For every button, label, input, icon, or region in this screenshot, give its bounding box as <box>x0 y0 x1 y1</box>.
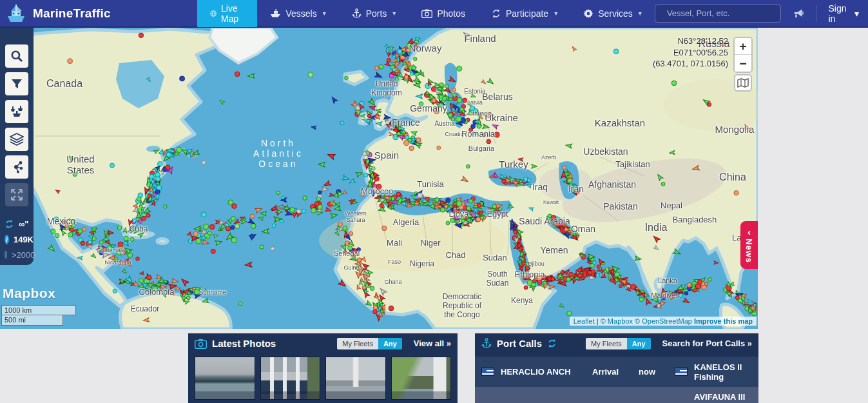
nav-item-participate[interactable]: Participate ▾ <box>478 0 570 27</box>
vessel-marker[interactable] <box>610 279 614 282</box>
vessel-marker[interactable] <box>99 241 103 244</box>
vessel-marker[interactable] <box>487 113 492 118</box>
vessel-marker[interactable] <box>357 248 361 251</box>
vessel-marker[interactable] <box>290 208 295 213</box>
vessel-marker[interactable] <box>343 226 347 230</box>
sign-in-button[interactable]: Sign in ▾ <box>828 3 859 24</box>
checkbox-icon[interactable] <box>5 251 7 259</box>
vessel-marker[interactable] <box>437 146 441 150</box>
vessel-marker[interactable] <box>210 224 215 230</box>
vessel-marker[interactable] <box>117 226 122 230</box>
vessel-name[interactable]: AVIFAUNA III <box>694 392 758 402</box>
vessel-marker[interactable] <box>81 241 84 245</box>
vessel-marker[interactable] <box>524 286 528 290</box>
map-layers-button[interactable] <box>5 128 28 151</box>
vessel-marker[interactable] <box>231 217 236 221</box>
vessel-count-row[interactable]: i 149K <box>5 231 34 247</box>
vessel-marker[interactable] <box>348 246 352 250</box>
vessel-marker[interactable] <box>250 214 254 218</box>
share-route-button[interactable] <box>5 155 28 179</box>
vessel-marker[interactable] <box>314 202 319 206</box>
vessel-marker[interactable] <box>68 59 73 64</box>
vessel-marker[interactable] <box>460 107 464 111</box>
vessel-marker[interactable] <box>155 177 160 181</box>
vessel-marker[interactable] <box>139 279 144 283</box>
vessel-marker[interactable] <box>583 273 587 277</box>
vessel-search-button[interactable] <box>5 44 28 68</box>
vessel-marker[interactable] <box>687 283 691 288</box>
vessel-marker[interactable] <box>373 310 378 314</box>
vessel-marker[interactable] <box>679 293 683 297</box>
vessel-marker[interactable] <box>142 216 146 221</box>
vessel-marker[interactable] <box>459 215 464 220</box>
nav-item-vessels[interactable]: Vessels ▾ <box>257 0 338 27</box>
vessel-marker[interactable] <box>118 242 123 247</box>
nav-item-live-map[interactable]: Live Map <box>197 0 258 27</box>
vessel-marker[interactable] <box>231 237 236 242</box>
vessel-marker[interactable] <box>482 133 486 137</box>
vessel-marker[interactable] <box>662 295 666 299</box>
port-call-row[interactable]: AVIFAUNA III <box>475 387 758 403</box>
vessel-marker[interactable] <box>345 76 349 80</box>
vessel-marker[interactable] <box>567 178 572 183</box>
vessel-marker[interactable] <box>250 234 255 239</box>
vessel-marker[interactable] <box>408 138 412 142</box>
vessel-marker[interactable] <box>503 212 506 216</box>
minimap-toggle-button[interactable] <box>734 74 752 92</box>
vessel-marker[interactable] <box>440 208 445 212</box>
vessel-marker[interactable] <box>82 227 86 231</box>
vessel-marker[interactable] <box>418 193 423 198</box>
vessel-marker[interactable] <box>166 165 170 170</box>
vessel-marker[interactable] <box>68 232 73 237</box>
vessel-marker[interactable] <box>707 103 711 106</box>
vessel-marker[interactable] <box>139 33 143 37</box>
vessel-marker[interactable] <box>639 297 643 301</box>
vessel-marker[interactable] <box>153 286 158 291</box>
any-toggle[interactable]: Any <box>378 338 402 349</box>
vessel-marker[interactable] <box>211 249 215 253</box>
vessel-marker[interactable] <box>590 276 593 280</box>
vessel-marker[interactable] <box>124 236 128 241</box>
vessel-marker[interactable] <box>551 215 556 221</box>
vessel-marker[interactable] <box>158 162 163 167</box>
vessel-marker[interactable] <box>117 250 121 255</box>
vessel-marker[interactable] <box>157 185 162 190</box>
my-fleets-toggle[interactable]: My Fleets <box>337 338 378 349</box>
nav-item-photos[interactable]: Photos <box>409 0 478 27</box>
vessel-marker[interactable] <box>137 197 141 201</box>
vessel-marker[interactable] <box>251 224 256 229</box>
vessel-marker[interactable] <box>467 206 471 211</box>
vessel-marker[interactable] <box>439 103 443 108</box>
vessel-marker[interactable] <box>671 81 677 86</box>
vessel-marker[interactable] <box>414 57 417 61</box>
photo-thumbnail[interactable] <box>195 357 255 400</box>
brand[interactable]: MarineTraffic <box>0 3 120 24</box>
vessel-marker[interactable] <box>432 99 436 103</box>
vessel-marker[interactable] <box>434 109 439 114</box>
vessel-marker[interactable] <box>379 64 383 69</box>
zoom-out-button[interactable]: − <box>735 55 751 72</box>
vessel-marker[interactable] <box>479 211 483 215</box>
vessel-marker[interactable] <box>363 173 367 177</box>
vessel-marker[interactable] <box>410 72 414 75</box>
vessel-marker[interactable] <box>578 273 582 277</box>
vessel-marker[interactable] <box>514 230 517 234</box>
vessel-marker[interactable] <box>276 191 280 195</box>
news-tab[interactable]: ‹ News <box>740 221 758 269</box>
vessel-marker[interactable] <box>708 278 711 281</box>
vessel-marker[interactable] <box>419 102 423 106</box>
vessel-marker[interactable] <box>445 84 448 88</box>
vessel-marker[interactable] <box>92 237 96 241</box>
vessel-marker[interactable] <box>53 217 59 222</box>
vessel-marker[interactable] <box>349 231 352 235</box>
vessel-marker[interactable] <box>361 193 364 196</box>
vessel-marker[interactable] <box>471 124 476 129</box>
vessel-marker[interactable] <box>631 284 636 290</box>
nav-item-services[interactable]: Services ▾ <box>570 0 655 27</box>
vessel-marker[interactable] <box>502 179 506 183</box>
vessel-marker[interactable] <box>271 247 275 251</box>
nav-item-ports[interactable]: Ports ▾ <box>339 0 409 27</box>
vessel-marker[interactable] <box>470 106 475 111</box>
vessel-marker[interactable] <box>735 296 739 300</box>
fullscreen-button[interactable] <box>5 183 28 206</box>
